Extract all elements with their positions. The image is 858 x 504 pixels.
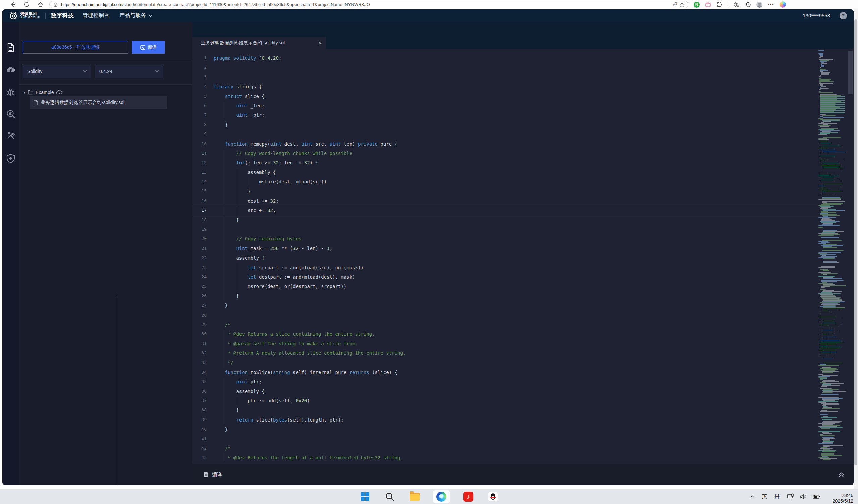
compile-button[interactable]: 编译 [132, 41, 165, 54]
search-icon[interactable] [383, 490, 396, 503]
ime-language-pinyin[interactable]: 拼 [775, 493, 779, 500]
compile-status-label[interactable]: 编译 [212, 471, 222, 478]
extension-tv-icon[interactable] [705, 2, 711, 8]
file-document-icon[interactable] [6, 43, 16, 53]
code-line[interactable]: 27 } [192, 301, 819, 310]
cloud-upload-icon[interactable] [6, 65, 16, 75]
code-line[interactable]: 12 for(; len >= 32; len -= 32) { [192, 158, 819, 167]
code-line[interactable]: 31 * @param self The string to make a sl… [192, 339, 819, 348]
code-line[interactable]: 30 * @dev Returns a slice containing the… [192, 329, 819, 339]
code-line[interactable]: 10 function memcpy(uint dest, uint src, … [192, 139, 819, 149]
read-aloud-icon[interactable]: A)) [672, 2, 677, 7]
code-line[interactable]: 15 } [192, 186, 819, 196]
panel-resize-gripper[interactable] [115, 294, 117, 296]
ime-language-en[interactable]: 英 [762, 493, 767, 500]
copilot-icon[interactable] [779, 1, 786, 8]
code-line[interactable]: 23 let srcpart := and(mload(src), not(ma… [192, 263, 819, 272]
code-line[interactable]: 36 assembly { [192, 387, 819, 396]
code-line[interactable]: 7 uint _ptr; [192, 110, 819, 120]
close-icon[interactable]: × [318, 40, 321, 46]
code-editor-area[interactable]: 1pragma solidity ^0.4.20;234library stri… [192, 49, 854, 464]
refresh-icon[interactable] [24, 2, 30, 7]
chevron-up-double-icon[interactable] [838, 472, 845, 478]
extension-n-icon[interactable]: N [694, 2, 700, 8]
code-line[interactable]: 24 let destpart := and(mload(dest), mask… [192, 272, 819, 282]
netease-music-icon[interactable]: ♪ [462, 490, 475, 503]
code-line[interactable]: 42 /* [192, 444, 819, 453]
code-line[interactable]: 33 */ [192, 358, 819, 368]
code-line[interactable]: 2 [192, 63, 819, 72]
code-line[interactable]: 19 [192, 225, 819, 234]
code-line[interactable]: 4library strings { [192, 82, 819, 91]
battery-charging-icon[interactable] [812, 493, 820, 500]
help-icon[interactable]: ? [840, 12, 847, 19]
code-line[interactable]: 6 uint _len; [192, 101, 819, 110]
code-line[interactable]: 40 } [192, 424, 819, 434]
favorite-star-icon[interactable] [679, 2, 685, 7]
editor-tab[interactable]: 业务逻辑数据浏览器展示合约-solidity.sol × [192, 37, 326, 49]
start-button[interactable] [358, 490, 372, 503]
account-phone[interactable]: 130****9558 [803, 13, 830, 18]
browser-scrollbar[interactable] [854, 10, 858, 489]
tools-icon[interactable] [6, 131, 16, 141]
qq-icon[interactable] [486, 490, 500, 503]
hidden-icons-chevron[interactable] [750, 495, 755, 498]
code-line[interactable]: 38 } [192, 405, 819, 415]
caret-down-icon[interactable]: ▾ [24, 91, 26, 94]
history-icon[interactable] [745, 2, 751, 8]
code-line[interactable]: 22 assembly { [192, 253, 819, 263]
language-select[interactable]: Solidity [23, 65, 91, 78]
monitor-icon[interactable] [787, 493, 794, 500]
nav-console[interactable]: 管理控制台 [82, 12, 109, 19]
home-icon[interactable] [37, 2, 43, 7]
taskbar-clock[interactable]: 23:46 2025/5/12 [832, 492, 853, 504]
bug-scan-icon[interactable] [6, 109, 16, 119]
code-line[interactable]: 5 struct slice { [192, 92, 819, 101]
nav-products[interactable]: 产品与服务 [120, 12, 152, 19]
tree-file-solidity[interactable]: 业务逻辑数据浏览器展示合约-solidity.sol [30, 96, 167, 109]
back-icon[interactable] [10, 2, 16, 7]
code-line[interactable]: 1pragma solidity ^0.4.20; [192, 53, 819, 63]
code-line[interactable]: 32 * @return A newly allocated slice con… [192, 348, 819, 358]
code-line[interactable]: 9 [192, 129, 819, 139]
code-line[interactable]: 17 src += 32; [192, 206, 819, 215]
collections-icon[interactable] [734, 2, 740, 8]
browser-scrollbar-thumb[interactable] [854, 19, 857, 466]
code-line[interactable]: 28 [192, 310, 819, 320]
code-line[interactable]: 16 dest += 32; [192, 196, 819, 206]
cloud-download-icon[interactable] [57, 90, 62, 95]
code-line[interactable]: 39 return slice(bytes(self).length, ptr)… [192, 415, 819, 424]
editor-scrollbar[interactable] [847, 49, 854, 464]
code-line[interactable]: 14 mstore(dest, mload(src)) [192, 177, 819, 186]
editor-scrollbar-thumb[interactable] [848, 51, 853, 94]
code-line[interactable]: 11 // Copy word-length chunks while poss… [192, 149, 819, 158]
minimap[interactable] [819, 49, 847, 464]
code-line[interactable]: 29 /* [192, 320, 819, 329]
edge-browser-icon[interactable] [433, 490, 450, 503]
code-line[interactable]: 20 // Copy remaining bytes [192, 234, 819, 243]
code-line[interactable]: 35 uint ptr; [192, 377, 819, 386]
code-line[interactable]: 34 function toSlice(string self) interna… [192, 368, 819, 377]
code-line[interactable]: 37 ptr := add(self, 0x20) [192, 396, 819, 405]
lock-icon[interactable] [53, 2, 58, 7]
code-line[interactable]: 41 [192, 434, 819, 444]
code-line[interactable]: 8 } [192, 120, 819, 129]
more-dots-icon[interactable]: ••• [768, 2, 774, 7]
version-select[interactable]: 0.4.24 [95, 65, 163, 78]
profile-avatar[interactable] [757, 2, 762, 8]
extensions-puzzle-icon[interactable] [716, 2, 722, 8]
tree-folder-example[interactable]: ▾ Example [19, 88, 192, 96]
code-line[interactable]: 18 } [192, 215, 819, 225]
shield-plus-icon[interactable] [6, 153, 16, 163]
code-line[interactable]: 3 [192, 72, 819, 82]
chain-select-button[interactable]: a00e36c5 - 开放联盟链 [23, 41, 128, 54]
speaker-icon[interactable] [800, 493, 807, 500]
address-bar[interactable]: https://openchain.antdigital.com/cloudid… [49, 1, 688, 9]
ant-group-logo[interactable]: 蚂蚁集团 ANT GROUP [9, 12, 40, 20]
code-line[interactable]: 21 uint mask = 256 ** (32 - len) - 1; [192, 244, 819, 253]
code-line[interactable]: 13 assembly { [192, 168, 819, 177]
file-explorer-icon[interactable] [408, 490, 421, 503]
code-line[interactable]: 43 * @dev Returns the length of a null-t… [192, 453, 819, 462]
code-line[interactable]: 26 } [192, 291, 819, 301]
bug-icon[interactable] [6, 87, 16, 97]
